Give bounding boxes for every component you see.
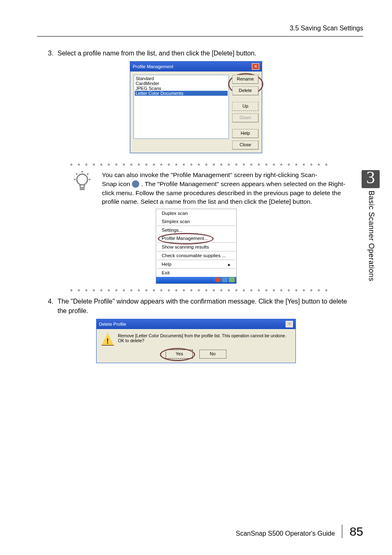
- menu-check-supplies[interactable]: Check consumable supplies ...: [156, 251, 236, 260]
- chapter-number: 3: [367, 169, 375, 186]
- svg-point-0: [77, 174, 88, 185]
- pm-title-text: Profile Management: [133, 64, 173, 69]
- context-menu: Duplex scan Simplex scan Settings... Pro…: [156, 209, 237, 284]
- close-icon[interactable]: ✕: [286, 321, 293, 327]
- tray-icon: [229, 277, 235, 282]
- page-number: 85: [342, 525, 363, 538]
- menu-exit[interactable]: Exit: [156, 269, 236, 277]
- chevron-right-icon: ▸: [228, 262, 231, 267]
- system-tray: [156, 277, 236, 283]
- scansnap-tray-icon: [132, 180, 139, 188]
- tray-icon: [215, 277, 221, 282]
- up-button[interactable]: Up: [232, 102, 258, 111]
- warning-icon: !: [101, 333, 114, 345]
- header-rule: [37, 36, 363, 37]
- tray-icon: [222, 277, 228, 282]
- dp-title-text: Delete Profile: [99, 322, 126, 327]
- step3-number: 3.: [41, 49, 58, 58]
- yes-button[interactable]: Yes: [166, 350, 193, 359]
- side-tab: 3 Basic Scanner Operations: [362, 170, 380, 326]
- step3-text: Select a profile name from the list, and…: [58, 49, 351, 58]
- dp-message: Remove [Letter Color Documents] from the…: [118, 333, 291, 343]
- close-button[interactable]: Close: [232, 140, 258, 150]
- help-button[interactable]: Help: [232, 129, 258, 138]
- menu-simplex[interactable]: Simplex scan: [156, 217, 236, 226]
- delete-button[interactable]: Delete: [232, 86, 258, 95]
- menu-show-results[interactable]: Show scanning results: [156, 243, 236, 251]
- menu-settings[interactable]: Settings...: [156, 226, 236, 234]
- list-item[interactable]: JPEG Scans: [135, 86, 228, 91]
- no-button[interactable]: No: [199, 350, 226, 359]
- menu-help[interactable]: Help▸: [156, 260, 236, 268]
- lightbulb-icon: [72, 170, 92, 193]
- guide-name: ScanSnap S500 Operator's Guide: [236, 530, 335, 537]
- profile-management-dialog: Profile Management ✕ Standard CardMinder…: [130, 61, 262, 153]
- step4-number: 4.: [41, 297, 58, 315]
- delete-profile-dialog: Delete Profile ✕ ! Remove [Letter Color …: [96, 319, 296, 363]
- section-header: 3.5 Saving Scan Settings: [0, 0, 392, 36]
- menu-duplex[interactable]: Duplex scan: [156, 209, 236, 217]
- list-item[interactable]: Standard: [135, 76, 228, 81]
- page-footer: ScanSnap S500 Operator's Guide 85: [0, 525, 392, 539]
- dot-divider: ●●●●●●●●●●●●●●●●●●●●●●●●●●●●●●●●●●●: [41, 161, 351, 167]
- list-item[interactable]: CardMinder: [135, 81, 228, 86]
- list-item-selected[interactable]: Letter Color Documents: [135, 91, 228, 96]
- chapter-number-box: 3: [362, 170, 380, 188]
- step4-text: The "Delete Profile" window appears with…: [58, 297, 351, 315]
- rename-button[interactable]: Rename: [232, 75, 258, 84]
- dot-divider: ●●●●●●●●●●●●●●●●●●●●●●●●●●●●●●●●●●●: [41, 287, 351, 293]
- tip-text: You can also invoke the "Profile Managem…: [102, 170, 351, 206]
- chapter-title: Basic Scanner Operations: [367, 191, 376, 281]
- profile-list[interactable]: Standard CardMinder JPEG Scans Letter Co…: [134, 75, 229, 139]
- down-button: Down: [232, 113, 258, 122]
- menu-profile-management[interactable]: Profile Management...: [156, 234, 236, 242]
- close-icon[interactable]: ✕: [252, 63, 259, 70]
